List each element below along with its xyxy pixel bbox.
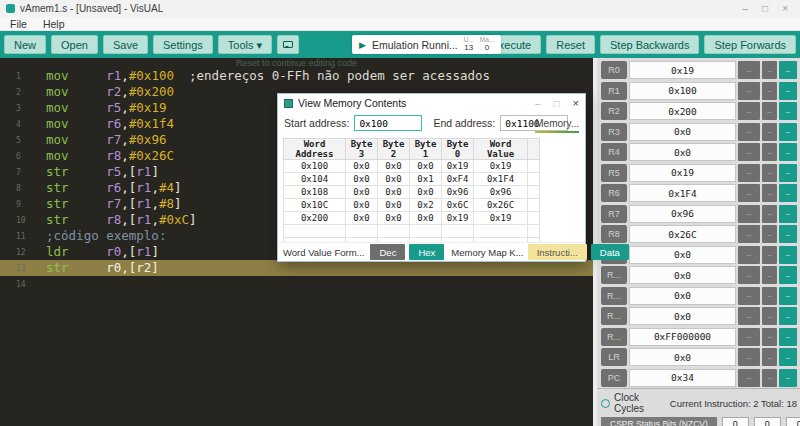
dialog-titlebar[interactable]: View Memory Contents – □ × [278,94,585,112]
register-format-button[interactable]: -- [738,82,760,100]
register-format-button[interactable]: -- [762,266,777,284]
register-format-button[interactable]: -- [779,205,797,223]
minimize-icon[interactable]: – [743,3,749,14]
register-format-button[interactable]: -- [762,287,777,305]
register-format-button[interactable]: -- [738,369,760,387]
tab-memory[interactable]: Memory... [535,118,579,133]
register-row: R...0x0------ [601,307,797,325]
menu-file[interactable]: File [10,18,27,30]
comment-button[interactable] [277,35,299,54]
memory-cell: 0x0 [346,212,378,225]
register-format-button[interactable]: -- [779,369,797,387]
register-row: R20x200------ [601,102,797,120]
tools-dropdown[interactable]: Tools ▾ [218,35,272,54]
dialog-close-icon[interactable]: × [573,97,579,109]
register-format-button[interactable]: -- [738,307,760,325]
register-format-button[interactable]: -- [762,246,777,264]
code-line[interactable]: 1mov r1,#0x100 ;endereços 0-FFh não pode… [0,68,593,84]
register-format-button[interactable]: -- [779,102,797,120]
register-format-button[interactable]: -- [779,82,797,100]
register-format-button[interactable]: -- [762,225,777,243]
register-format-button[interactable]: -- [762,307,777,325]
hex-button[interactable]: Hex [409,244,444,260]
register-format-button[interactable]: -- [779,164,797,182]
code-text: mov r6,#0x1f4 [46,116,174,132]
register-format-button[interactable]: -- [779,266,797,284]
app-icon [6,4,15,13]
register-format-button[interactable]: -- [762,205,777,223]
memory-cell: 0x96 [442,186,474,199]
register-format-button[interactable]: -- [779,184,797,202]
register-format-button[interactable]: -- [738,287,760,305]
register-format-button[interactable]: -- [738,184,760,202]
register-format-button[interactable]: -- [738,266,760,284]
register-format-button[interactable]: -- [762,143,777,161]
register-format-button[interactable]: -- [738,143,760,161]
line-number: 1 [0,68,46,84]
open-button[interactable]: Open [51,35,98,54]
register-format-button[interactable]: -- [779,123,797,141]
register-format-button[interactable]: -- [762,369,777,387]
register-format-button[interactable]: -- [738,164,760,182]
register-format-button[interactable]: -- [738,328,760,346]
dialog-maximize-icon[interactable]: □ [554,98,560,109]
reset-button[interactable]: Reset [546,35,595,54]
register-value: 0x96 [629,205,736,223]
step-backwards-button[interactable]: Step Backwards [600,35,699,54]
register-format-button[interactable]: -- [762,82,777,100]
register-format-button[interactable]: -- [762,348,777,366]
new-button[interactable]: New [4,35,46,54]
toolbar: New Open Save Settings Tools ▾ ▶ Emulati… [0,31,800,58]
register-format-button[interactable]: -- [738,123,760,141]
register-format-button[interactable]: -- [738,205,760,223]
register-format-button[interactable]: -- [738,246,760,264]
memory-cell: 0x104 [284,173,346,186]
save-button[interactable]: Save [103,35,148,54]
instructions-button[interactable]: Instructi... [528,244,587,260]
register-format-button[interactable]: -- [762,164,777,182]
register-value: 0x0 [629,287,736,305]
memory-cell: 0x0 [378,160,410,173]
register-format-button[interactable]: -- [779,328,797,346]
register-row: R10x100------ [601,82,797,100]
code-line[interactable]: 14 [0,276,593,292]
emulation-running-button[interactable]: ▶ Emulation Runni... U... 13 Ma... 0 [352,35,501,54]
register-format-button[interactable]: -- [779,61,797,79]
close-icon[interactable]: × [782,3,788,14]
code-line[interactable]: 13str r0,[r2] [0,260,593,276]
step-forwards-button[interactable]: Step Forwards [704,35,796,54]
register-format-button[interactable]: -- [779,143,797,161]
register-format-button[interactable]: -- [762,123,777,141]
register-format-button[interactable]: -- [738,348,760,366]
register-format-button[interactable]: -- [779,348,797,366]
register-format-button[interactable]: -- [738,61,760,79]
register-format-button[interactable]: -- [762,61,777,79]
register-format-button[interactable]: -- [779,307,797,325]
line-number: 8 [0,180,46,196]
memory-cell: 0x19 [474,160,528,173]
register-format-button[interactable]: -- [762,184,777,202]
memory-cell: 0xF4 [442,173,474,186]
register-format-button[interactable]: -- [738,225,760,243]
register-format-button[interactable]: -- [779,225,797,243]
register-format-button[interactable]: -- [762,328,777,346]
menu-help[interactable]: Help [43,18,65,30]
code-text: ;código exemplo: [46,228,166,244]
dialog-minimize-icon[interactable]: – [535,98,541,109]
register-format-button[interactable]: -- [779,287,797,305]
register-name: R... [601,307,627,325]
register-format-button[interactable]: -- [762,102,777,120]
maximize-icon[interactable]: □ [762,3,768,14]
word-value-format-label: Word Value Form... [283,247,364,258]
start-address-input[interactable] [354,115,422,131]
cspr-status-label: CSPR Status Bits (NZCV) [601,417,717,426]
dialog-footer: Word Value Form... Dec Hex Memory Map K.… [278,242,585,261]
register-format-button[interactable]: -- [738,102,760,120]
dec-button[interactable]: Dec [370,244,405,260]
line-number: 12 [0,244,46,260]
memory-table-row: 0x10C0x00x00x20x6C0x26C [284,199,540,212]
register-format-button[interactable]: -- [779,246,797,264]
settings-button[interactable]: Settings [153,35,213,54]
register-row: R50x19------ [601,164,797,182]
data-button[interactable]: Data [591,244,629,260]
